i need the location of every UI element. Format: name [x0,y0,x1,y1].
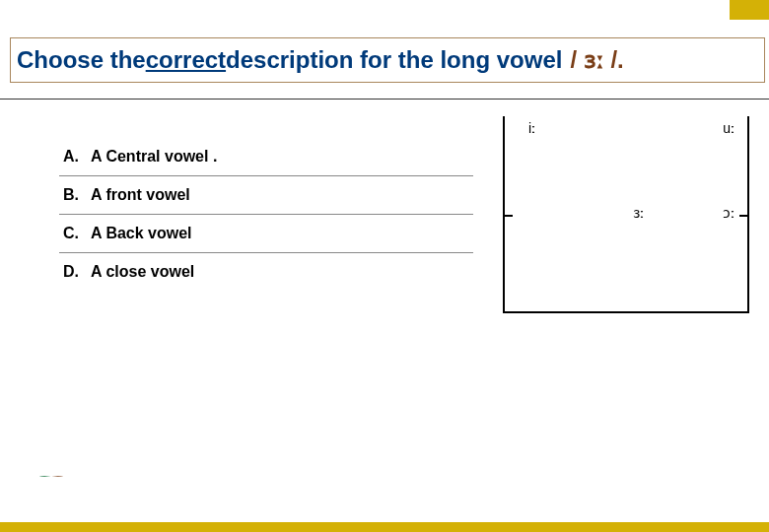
chart-label-ii: iː [528,120,536,136]
option-text: A close vowel [91,263,194,281]
title-rest: description for the long vowel [226,46,562,74]
option-letter: A. [63,148,91,166]
option-text: A Back vowel [91,225,192,242]
title-prefix: Choose the [17,46,146,74]
chart-label-oo: ɔː [723,205,735,221]
chart-label-uu: uː [723,120,735,136]
option-text: A Central vowel . [91,148,217,166]
accent-corner [730,0,769,20]
option-d[interactable]: D. A close vowel [59,253,473,291]
footer-bar [0,477,769,532]
title-underlined: correct [146,46,226,74]
option-a[interactable]: A. A Central vowel . [59,138,473,176]
divider [0,99,769,100]
title-symbol: / ɜː /. [570,46,623,74]
chart-tick-right [739,215,747,217]
chart-tick-left [505,215,513,217]
option-letter: C. [63,225,91,242]
option-letter: D. [63,263,91,281]
vowel-chart: iː uː ɜː ɔː [503,116,749,313]
option-b[interactable]: B. A front vowel [59,176,473,215]
options-list: A. A Central vowel . B. A front vowel C.… [59,138,473,291]
option-c[interactable]: C. A Back vowel [59,215,473,253]
chart-label-schwa: ɜː [633,205,645,221]
question-title: Choose the correct description for the l… [10,37,765,83]
option-text: A front vowel [91,186,190,204]
option-letter: B. [63,186,91,204]
